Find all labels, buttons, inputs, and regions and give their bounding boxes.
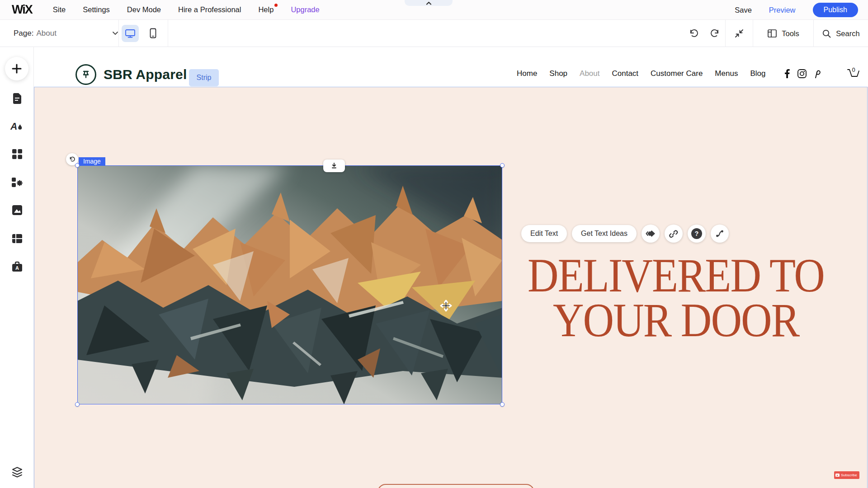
subscribe-label: Subscribe [841, 473, 857, 477]
svg-text:?: ? [695, 230, 699, 237]
hero-headline[interactable]: DELIVERED TO YOUR DOOR [504, 253, 848, 342]
site-header[interactable]: SBR Apparel Home Shop About Contact Cust… [34, 47, 868, 87]
nav-menus[interactable]: Menus [715, 69, 738, 78]
nav-blog[interactable]: Blog [750, 69, 765, 78]
add-elements-button[interactable] [5, 57, 28, 80]
redo-icon [709, 28, 720, 38]
editor-toolbar: Page: About [0, 20, 868, 47]
subscribe-badge[interactable]: Subscribe [834, 471, 859, 479]
tools-button[interactable]: Tools [753, 29, 813, 38]
svg-text:A: A [15, 265, 19, 271]
nav-about[interactable]: About [580, 69, 599, 78]
stretch-handle[interactable] [323, 160, 345, 172]
collapse-icon [734, 28, 745, 39]
help-button[interactable]: ? [688, 225, 706, 243]
site-design-button[interactable]: A [10, 119, 24, 132]
divider [168, 20, 168, 47]
image-label: Image [79, 157, 105, 166]
page-label: Page: [14, 29, 33, 38]
topbar-actions: Save Preview Publish [735, 0, 858, 20]
link-icon [669, 229, 678, 239]
site-design-icon: A [10, 120, 24, 132]
resize-handle-nw[interactable] [75, 163, 80, 168]
menu-hire-a-professional[interactable]: Hire a Professional [178, 5, 241, 14]
topbar-menu: Site Settings Dev Mode Hire a Profession… [53, 5, 320, 14]
add-ons-button[interactable] [10, 175, 24, 188]
social-bar [785, 69, 821, 78]
edit-text-button[interactable]: Edit Text [521, 225, 567, 242]
site-logo[interactable] [75, 64, 96, 85]
cart-button[interactable]: 0 [845, 66, 860, 81]
zoom-out-button[interactable] [726, 28, 753, 39]
resize-handle-ne[interactable] [500, 163, 505, 168]
undo-icon [689, 28, 699, 38]
desktop-view-button[interactable] [122, 25, 139, 42]
animation-button[interactable] [642, 225, 660, 243]
cart-count: 0 [852, 66, 855, 73]
site-brand-name[interactable]: SBR Apparel [104, 67, 187, 82]
add-apps-button[interactable] [10, 147, 24, 160]
rotate-icon [69, 156, 75, 163]
collapse-topbar-tab[interactable] [405, 0, 453, 6]
cms-icon [11, 233, 23, 244]
help-icon: ? [691, 228, 703, 239]
divider [118, 20, 119, 47]
effects-icon [715, 229, 724, 238]
media-icon [11, 204, 23, 216]
notification-dot [274, 4, 278, 7]
resize-handle-se[interactable] [500, 402, 505, 407]
redo-button[interactable] [704, 28, 725, 38]
wix-logo[interactable]: WiX [12, 2, 32, 17]
menu-dev-mode[interactable]: Dev Mode [127, 5, 161, 14]
menu-settings[interactable]: Settings [83, 5, 110, 14]
resize-handle-sw[interactable] [75, 402, 80, 407]
menu-site[interactable]: Site [53, 5, 66, 14]
pinterest-icon[interactable] [814, 69, 821, 78]
plus-icon [11, 63, 22, 74]
selected-image-element[interactable]: Image [77, 165, 502, 404]
instagram-icon[interactable] [797, 69, 807, 78]
menu-help[interactable]: Help [258, 5, 274, 14]
text-floating-toolbar: Edit Text Get Text Ideas ? [521, 225, 729, 243]
media-button[interactable] [10, 203, 24, 216]
search-button[interactable]: Search [814, 29, 868, 38]
chevron-down-icon [112, 31, 118, 35]
tools-label: Tools [782, 29, 799, 38]
menu-upgrade[interactable]: Upgrade [291, 5, 319, 14]
play-icon [835, 474, 840, 477]
nav-shop[interactable]: Shop [549, 69, 567, 78]
link-button[interactable] [665, 225, 683, 243]
get-text-ideas-button[interactable]: Get Text Ideas [572, 225, 637, 242]
layers-icon [11, 466, 24, 478]
mobile-view-button[interactable] [144, 25, 161, 42]
page-selector[interactable]: Page: About [14, 29, 118, 38]
strip-label: Strip [189, 69, 219, 86]
desktop-icon [125, 28, 136, 38]
preview-button[interactable]: Preview [769, 6, 796, 14]
pages-icon [11, 93, 23, 104]
add-apps-icon [11, 148, 23, 160]
effects-button[interactable] [711, 225, 729, 243]
nav-contact[interactable]: Contact [612, 69, 639, 78]
search-label: Search [836, 29, 859, 38]
footer-button-partial[interactable] [377, 484, 534, 488]
app-market-button[interactable]: A [10, 260, 24, 273]
layers-button[interactable] [10, 465, 24, 478]
add-ons-icon [11, 176, 23, 188]
site-nav: Home Shop About Contact Customer Care Me… [517, 66, 860, 81]
publish-button[interactable]: Publish [813, 3, 858, 17]
cms-button[interactable] [10, 232, 24, 245]
chevron-up-icon [426, 1, 432, 5]
save-button[interactable]: Save [735, 6, 752, 14]
pin-logo-icon [80, 69, 91, 80]
app-market-icon: A [11, 261, 23, 272]
undo-button[interactable] [684, 28, 704, 38]
nav-customer-care[interactable]: Customer Care [651, 69, 703, 78]
nav-home[interactable]: Home [517, 69, 537, 78]
facebook-icon[interactable] [785, 69, 790, 78]
mobile-icon [150, 28, 156, 38]
editor-sidebar: A [0, 47, 34, 488]
stretch-down-icon [330, 162, 338, 169]
search-icon [822, 29, 831, 38]
pages-button[interactable] [10, 92, 24, 105]
